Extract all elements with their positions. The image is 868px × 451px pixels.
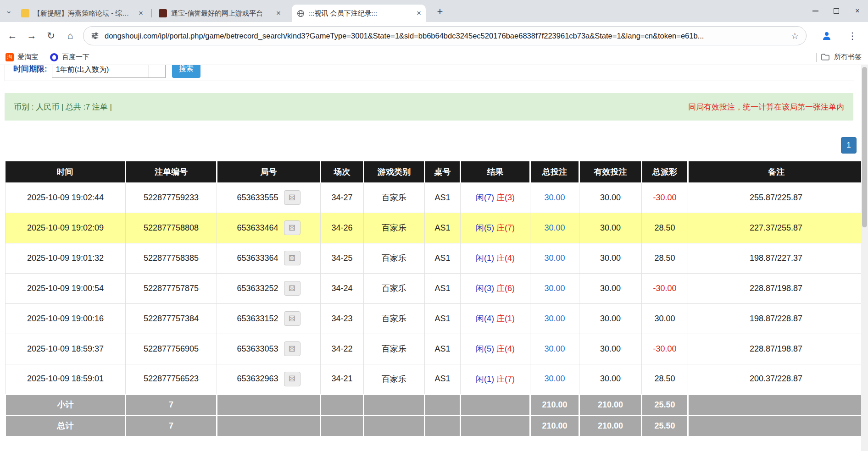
refresh-button[interactable]: ↻	[41, 26, 61, 45]
cell-payout: -30.00	[642, 273, 688, 303]
column-header: 总投注	[530, 161, 579, 182]
table-row: 2025-10-09 19:02:44522877759233653633555…	[6, 182, 862, 213]
column-header: 总派彩	[642, 161, 688, 182]
table-row: 2025-10-09 19:00:16522877757384653633152…	[6, 303, 862, 334]
cell-bet-id: 522877758808	[126, 213, 217, 243]
scrollbar[interactable]	[861, 65, 868, 451]
close-icon[interactable]: ×	[276, 9, 281, 18]
total-bet-link[interactable]: 30.00	[544, 193, 565, 202]
total-bet-link[interactable]: 30.00	[544, 223, 565, 232]
column-header: 备注	[688, 161, 862, 182]
forward-button[interactable]: →	[22, 26, 41, 45]
new-tab-button[interactable]: +	[434, 5, 446, 18]
game-result-image-button[interactable]: ⚄	[284, 220, 300, 235]
search-button[interactable]: 搜索	[172, 65, 200, 78]
game-result-image-button[interactable]: ⚄	[284, 311, 300, 326]
payout-value: 28.50	[654, 374, 675, 383]
bookmarks-bar: 淘 爱淘宝 百度一下 所有书签	[0, 50, 868, 65]
profile-avatar-icon[interactable]	[819, 28, 834, 43]
address-bar[interactable]: dongshouji.com/ipl/portal.php/game/betre…	[83, 26, 807, 45]
round-number: 653633152	[237, 314, 278, 324]
bookmark-aitaobao[interactable]: 淘 爱淘宝	[6, 53, 38, 61]
tab-tongbao[interactable]: 通宝-信誉最好的网上游戏平台 ×	[154, 5, 285, 22]
column-header: 有效投注	[579, 161, 642, 182]
close-window-button[interactable]: ×	[847, 0, 868, 22]
site-settings-icon[interactable]	[91, 32, 99, 40]
chevron-down-icon[interactable]: ⌄	[6, 6, 12, 16]
game-result-image-button[interactable]: ⚄	[284, 281, 300, 296]
cell-valid-bet: 30.00	[579, 273, 642, 303]
column-header: 注单编号	[126, 161, 217, 182]
minimize-icon	[812, 11, 818, 11]
subtotal-row-cell: 小计	[6, 394, 126, 415]
window-controls: ×	[805, 0, 868, 22]
cell-total-bet: 30.00	[530, 364, 579, 394]
total-bet-link[interactable]: 30.00	[544, 253, 565, 263]
cell-total-bet: 30.00	[530, 303, 579, 334]
maximize-button[interactable]	[826, 0, 847, 22]
tab-title: :::视讯 会员下注纪录:::	[309, 9, 412, 18]
total-row-cell: 25.50	[642, 415, 688, 436]
browser-menu-icon[interactable]: ⋮	[845, 28, 860, 44]
cell-bet-id: 522877757384	[126, 303, 217, 334]
game-result-image-button[interactable]: ⚄	[284, 372, 300, 386]
cell-round: 653633053⚄	[217, 334, 321, 364]
cell-session: 34-22	[321, 334, 364, 364]
baidu-icon	[50, 53, 58, 61]
cell-game-type: 百家乐	[364, 273, 425, 303]
filter-addon-button[interactable]	[149, 65, 166, 78]
subtotal-row-cell	[217, 394, 321, 415]
cell-valid-bet: 30.00	[579, 364, 642, 394]
banker-result: 庄(3)	[496, 193, 515, 202]
banker-result: 庄(6)	[496, 284, 515, 293]
subtotal-row-cell: 210.00	[579, 394, 642, 415]
subtotal-row-cell: 210.00	[530, 394, 579, 415]
globe-favicon-icon	[296, 9, 305, 17]
home-button[interactable]: ⌂	[61, 26, 80, 45]
close-icon[interactable]: ×	[139, 9, 143, 18]
scrollbar-thumb[interactable]	[862, 67, 867, 227]
cell-time: 2025-10-09 19:00:16	[6, 303, 126, 334]
all-bookmarks-button[interactable]: 所有书签	[834, 53, 862, 61]
cell-session: 34-26	[321, 213, 364, 243]
summary-bar: 币别 : 人民币 | 总共 :7 注单 | 同局有效投注，统一计算在该局第一张注…	[5, 93, 853, 121]
time-range-input[interactable]	[52, 65, 149, 78]
cell-time: 2025-10-09 18:59:37	[6, 334, 126, 364]
minimize-button[interactable]	[805, 0, 826, 22]
cell-round: 653633252⚄	[217, 273, 321, 303]
tab-separator	[151, 9, 152, 17]
table-header-row: 时间注单编号局号场次游戏类别桌号结果总投注有效投注总派彩备注	[6, 161, 862, 182]
subtotal-row-cell: 25.50	[642, 394, 688, 415]
subtotal-row: 小计7210.00210.0025.50	[6, 394, 862, 415]
dice-icon: ⚄	[289, 223, 295, 233]
round-number: 653633252	[237, 284, 278, 293]
close-icon[interactable]: ×	[417, 9, 421, 18]
dice-icon: ⚄	[289, 314, 295, 324]
pagination-page-1[interactable]: 1	[841, 137, 857, 154]
total-bet-link[interactable]: 30.00	[544, 284, 565, 293]
player-result: 闲(5)	[476, 223, 494, 232]
total-bet-link[interactable]: 30.00	[544, 374, 565, 383]
back-button[interactable]: ←	[3, 26, 22, 45]
cell-table-number: AS1	[425, 213, 461, 243]
bookmark-star-icon[interactable]: ☆	[791, 31, 799, 41]
cell-game-type: 百家乐	[364, 182, 425, 213]
cell-payout: -30.00	[642, 182, 688, 213]
tab-bet-record[interactable]: :::视讯 会员下注纪录::: ×	[292, 5, 426, 22]
bet-record-table: 时间注单编号局号场次游戏类别桌号结果总投注有效投注总派彩备注 2025-10-0…	[5, 161, 861, 437]
total-bet-link[interactable]: 30.00	[544, 314, 565, 323]
table-row: 2025-10-09 18:59:01522877756523653632963…	[6, 364, 862, 394]
total-bet-link[interactable]: 30.00	[544, 344, 565, 353]
game-result-image-button[interactable]: ⚄	[284, 190, 300, 205]
cell-note: 198.87/227.37	[688, 243, 862, 273]
cell-game-type: 百家乐	[364, 334, 425, 364]
total-row-cell	[217, 415, 321, 436]
column-header: 游戏类别	[364, 161, 425, 182]
bookmark-baidu[interactable]: 百度一下	[50, 53, 89, 61]
game-result-image-button[interactable]: ⚄	[284, 251, 300, 265]
player-result: 闲(3)	[476, 284, 494, 293]
tab-forum[interactable]: 【新提醒】海燕策略论坛 - 综合... ×	[17, 5, 148, 22]
url-text[interactable]: dongshouji.com/ipl/portal.php/game/betre…	[105, 32, 785, 40]
folder-icon	[821, 54, 829, 60]
game-result-image-button[interactable]: ⚄	[284, 341, 300, 356]
